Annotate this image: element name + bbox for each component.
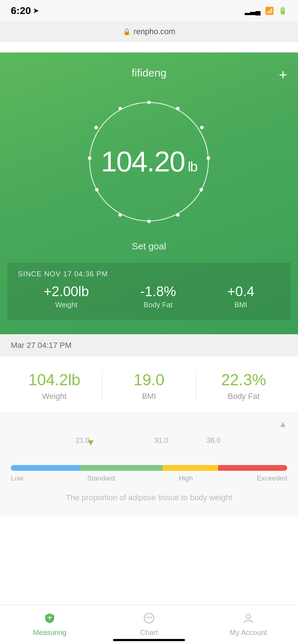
since-bmi-label: BMI: [227, 301, 254, 309]
wifi-icon: 📶: [265, 6, 274, 15]
stat-weight-value: 104.2lb: [7, 371, 101, 389]
home-indicator: [113, 639, 185, 641]
add-button[interactable]: +: [279, 67, 287, 83]
since-bmi: +0.4 BMI: [227, 284, 254, 309]
chart-icon: [143, 612, 155, 626]
label-exceeded: Exceeded: [257, 474, 287, 482]
weight-circle: 104.20 lb: [77, 90, 221, 234]
green-section: fifideng + 104.20 lb Set goal: [0, 52, 298, 334]
scale-indicator-dot: ▼: [86, 437, 95, 448]
user-name: fifideng: [7, 67, 291, 79]
since-weight-label: Weight: [44, 301, 89, 309]
url-display: 🔒 renpho.com: [123, 27, 175, 36]
weight-number: 104.20: [101, 146, 185, 178]
signal-icon: ▂▃▄: [245, 6, 261, 15]
account-icon: [243, 612, 254, 626]
browser-bar: 🔒 renpho.com: [0, 22, 298, 42]
svg-point-2: [176, 107, 180, 110]
set-goal-label[interactable]: Set goal: [7, 241, 291, 252]
since-stats: +2.00lb Weight -1.8% Body Fat +0.4 BMI: [18, 284, 280, 309]
label-standard: Standard: [87, 474, 115, 482]
description-text: The proportion of adipose tissue to body…: [11, 493, 287, 502]
weight-unit: lb: [185, 159, 197, 174]
since-label: SINCE Nov 17 04:36 PM: [18, 270, 280, 278]
battery-icon: 🔋: [278, 6, 287, 15]
stat-bmi-value: 19.0: [102, 371, 196, 389]
svg-point-1: [147, 101, 151, 104]
svg-point-4: [207, 156, 210, 160]
status-icons: ▂▃▄ 📶 🔋: [245, 6, 287, 15]
svg-point-16: [246, 614, 250, 618]
stat-bodyfat-value: 22.3%: [197, 371, 291, 389]
since-bodyfat-label: Body Fat: [140, 301, 176, 309]
since-section: SINCE Nov 17 04:36 PM +2.00lb Weight -1.…: [7, 263, 291, 320]
status-bar: 6:20 ➤ ▂▃▄ 📶 🔋: [0, 0, 298, 22]
svg-point-10: [88, 156, 91, 160]
nav-chart[interactable]: Chart: [99, 605, 199, 644]
svg-point-3: [200, 126, 204, 129]
stat-bodyfat[interactable]: 22.3% Body Fat: [197, 371, 291, 401]
stat-bmi-label: BMI: [102, 392, 196, 401]
label-low: Low: [11, 474, 23, 482]
chart-section: ▲ 21.0 ▼ 31.0 36.0 Low Standard High Exc…: [0, 412, 298, 517]
date-row: Mar 27 04:17 PM: [0, 334, 298, 356]
measuring-icon: [44, 612, 55, 626]
measuring-label: Measuring: [33, 629, 66, 637]
svg-point-15: [144, 613, 154, 623]
svg-point-5: [199, 188, 203, 192]
stats-row: 104.2lb Weight 19.0 BMI 22.3% Body Fat: [0, 356, 298, 412]
scale-labels: Low Standard High Exceeded: [11, 474, 287, 482]
svg-point-11: [94, 126, 98, 129]
bottom-spacer: [0, 517, 298, 564]
stat-weight[interactable]: 104.2lb Weight: [7, 371, 101, 401]
since-bodyfat: -1.8% Body Fat: [140, 284, 176, 309]
svg-rect-14: [49, 615, 50, 620]
lock-icon: 🔒: [123, 28, 131, 36]
date-text: Mar 27 04:17 PM: [11, 341, 72, 350]
svg-point-9: [95, 188, 99, 192]
since-weight-value: +2.00lb: [44, 284, 89, 299]
weight-display: 104.20 lb: [101, 145, 197, 178]
svg-point-6: [176, 213, 180, 217]
nav-myaccount[interactable]: My Account: [199, 605, 298, 644]
svg-point-8: [118, 213, 122, 217]
scale-bar-container: 21.0 ▼ 31.0 36.0 Low Standard High Excee…: [11, 436, 287, 482]
since-bmi-value: +0.4: [227, 284, 254, 299]
svg-point-7: [147, 220, 151, 223]
stat-bodyfat-label: Body Fat: [197, 392, 291, 401]
label-high: High: [179, 474, 193, 482]
stat-weight-label: Weight: [7, 392, 101, 401]
url-text: renpho.com: [134, 27, 175, 36]
scale-bar: [11, 465, 287, 471]
stat-bmi[interactable]: 19.0 BMI: [102, 371, 196, 401]
svg-point-12: [118, 107, 122, 110]
expand-arrow[interactable]: ▲: [11, 419, 287, 429]
top-spacing: [0, 42, 298, 52]
account-label: My Account: [230, 629, 267, 637]
nav-measuring[interactable]: Measuring: [0, 605, 99, 644]
location-icon: ➤: [33, 7, 39, 15]
time-display: 6:20: [11, 5, 31, 17]
weight-value: 104.20 lb: [101, 146, 197, 178]
bottom-nav: Measuring Chart My Account: [0, 604, 298, 644]
scale-num-exceeded: 36.0: [207, 436, 221, 445]
status-time: 6:20 ➤: [11, 5, 39, 17]
scale-num-high: 31.0: [154, 436, 168, 445]
since-weight: +2.00lb Weight: [44, 284, 89, 309]
chart-label: Chart: [140, 629, 158, 637]
since-bodyfat-value: -1.8%: [140, 284, 176, 299]
